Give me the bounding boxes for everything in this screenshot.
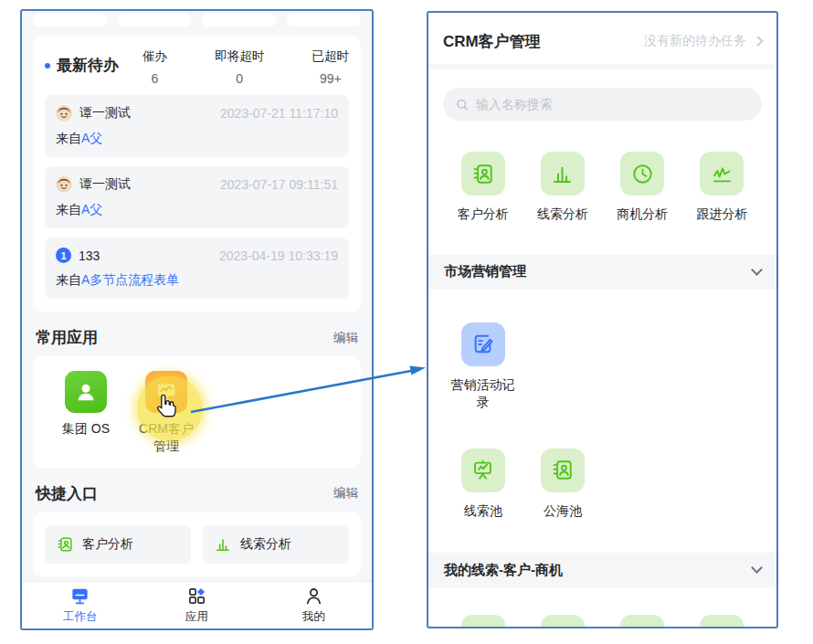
- common-apps-edit-button[interactable]: 编辑: [333, 330, 358, 346]
- todo-item-time: 2023-04-19 10:33:19: [219, 248, 338, 263]
- partial-app-icon: [700, 615, 744, 628]
- pool-apps-grid: 线索池 公海池: [443, 449, 762, 521]
- partial-apps-grid: [443, 615, 762, 628]
- stat-about-to-timeout: 即将超时 0: [215, 48, 264, 86]
- partial-card: [33, 14, 108, 26]
- app-label: 线索池: [450, 502, 516, 521]
- quick-entry-label: 线索分析: [240, 536, 291, 553]
- workbench-panel: 最新待办 催办 6 即将超时 0 已超时 99+: [20, 9, 374, 630]
- marketing-apps-grid: 营销活动记录: [443, 322, 762, 412]
- app-label: 跟进分析: [689, 206, 755, 224]
- todo-source-prefix: 来自: [56, 202, 81, 216]
- bar-chart-icon: [214, 535, 232, 554]
- todo-source-link[interactable]: A父: [81, 131, 102, 145]
- section-marketing-management[interactable]: 市场营销管理: [428, 255, 776, 290]
- todo-item-name: 133: [79, 248, 100, 263]
- crm-panel: CRM客户管理 没有新的待办任务 客户分析 线索分析: [427, 11, 778, 628]
- app-group-os[interactable]: 集团 OS: [46, 371, 126, 455]
- contact-card-icon: [541, 449, 585, 492]
- bottom-tab-bar: 工作台 应用 我的: [22, 581, 372, 628]
- app-label: 商机分析: [609, 206, 675, 224]
- todo-item[interactable]: 1 133 2023-04-19 10:33:19 来自A多节点流程表单: [45, 238, 349, 299]
- todo-source-prefix: 来自: [56, 272, 81, 287]
- clock-icon: [620, 152, 664, 195]
- search-bar[interactable]: [443, 88, 762, 121]
- partial-card: [287, 14, 362, 26]
- bullet-dot-icon: [45, 63, 50, 69]
- tab-label: 应用: [185, 609, 208, 625]
- quick-entry-customer-analysis[interactable]: 客户分析: [45, 525, 191, 564]
- app-marketing-activity-record[interactable]: 营销活动记录: [443, 322, 523, 412]
- stat-urge: 催办 6: [143, 48, 167, 86]
- app-lead-pool[interactable]: 线索池: [443, 449, 523, 521]
- tab-label: 我的: [302, 609, 325, 625]
- app-public-sea-pool[interactable]: 公海池: [523, 449, 602, 521]
- search-icon: [455, 97, 470, 112]
- app-customer-analysis[interactable]: 客户分析: [443, 152, 523, 224]
- app-label: 客户分析: [450, 206, 516, 224]
- person-app-icon: [65, 371, 107, 413]
- todo-item[interactable]: 谭一测试 2023-07-21 11:17:10 来自A父: [45, 95, 349, 157]
- todo-status-link[interactable]: 没有新的待办任务: [644, 33, 762, 49]
- chevron-down-icon: [751, 563, 763, 575]
- todo-item[interactable]: 谭一测试 2023-07-17 09:11:51 来自A父: [45, 166, 349, 228]
- quick-entry-title: 快捷入口: [36, 483, 98, 504]
- common-apps-title: 常用应用: [36, 327, 98, 348]
- avatar: [56, 105, 72, 121]
- quick-entry-lead-analysis[interactable]: 线索分析: [203, 525, 349, 564]
- line-chart-icon: [700, 152, 744, 195]
- partial-card: [202, 14, 277, 26]
- app-followup-analysis[interactable]: 跟进分析: [682, 152, 762, 224]
- app-label: 集团 OS: [57, 420, 115, 438]
- todo-item-time: 2023-07-17 09:11:51: [220, 177, 338, 192]
- latest-todo-card: 最新待办 催办 6 即将超时 0 已超时 99+: [33, 36, 361, 311]
- todo-item-name: 谭一测试: [79, 176, 131, 193]
- latest-todo-title: 最新待办: [45, 47, 119, 76]
- section-my-leads-customers-opportunities[interactable]: 我的线索-客户-商机: [428, 553, 776, 587]
- contact-card-icon: [461, 152, 505, 195]
- quick-entry-card: 客户分析 线索分析: [33, 512, 361, 576]
- todo-item-time: 2023-07-21 11:17:10: [220, 106, 338, 121]
- user-icon: [303, 586, 324, 607]
- hand-cursor-icon: [153, 391, 180, 424]
- workbench-icon: [69, 586, 90, 607]
- bar-chart-icon: [541, 152, 585, 195]
- app-lead-analysis[interactable]: 线索分析: [523, 152, 602, 224]
- partial-app-icon: [461, 615, 505, 628]
- quick-entry-label: 客户分析: [82, 536, 133, 553]
- crm-page-title: CRM客户管理: [443, 31, 541, 52]
- number-badge-icon: 1: [56, 248, 71, 263]
- stat-timed-out: 已超时 99+: [312, 48, 350, 86]
- quick-entry-edit-button[interactable]: 编辑: [333, 485, 358, 501]
- app-label: 营销活动记录: [450, 376, 516, 412]
- tab-workbench[interactable]: 工作台: [22, 582, 139, 628]
- chevron-right-icon: [753, 36, 763, 46]
- partial-app-icon: [541, 615, 585, 628]
- app-label: 线索分析: [530, 206, 596, 224]
- partial-card: [118, 14, 193, 26]
- chevron-down-icon: [751, 264, 763, 276]
- todo-source-prefix: 来自: [56, 131, 81, 145]
- todo-item-name: 谭一测试: [79, 105, 131, 121]
- tab-mine[interactable]: 我的: [255, 582, 372, 628]
- edit-doc-icon: [461, 322, 505, 366]
- contact-card-icon: [56, 535, 74, 554]
- avatar: [56, 176, 72, 193]
- header-divider: [428, 64, 776, 69]
- analysis-apps-grid: 客户分析 线索分析 商机分析 跟进分析: [443, 152, 762, 224]
- apps-grid-icon: [186, 586, 207, 607]
- app-opportunity-analysis[interactable]: 商机分析: [603, 152, 682, 224]
- app-label: 公海池: [530, 502, 596, 521]
- partial-app-icon: [620, 615, 664, 628]
- tab-apps[interactable]: 应用: [139, 582, 256, 628]
- tab-label: 工作台: [63, 609, 98, 625]
- partial-top-cards: [22, 14, 372, 26]
- search-input[interactable]: [476, 97, 750, 111]
- todo-source-link[interactable]: A多节点流程表单: [81, 272, 179, 287]
- todo-source-link[interactable]: A父: [81, 202, 102, 216]
- presentation-board-icon: [461, 449, 505, 492]
- todo-status-text: 没有新的待办任务: [644, 33, 746, 49]
